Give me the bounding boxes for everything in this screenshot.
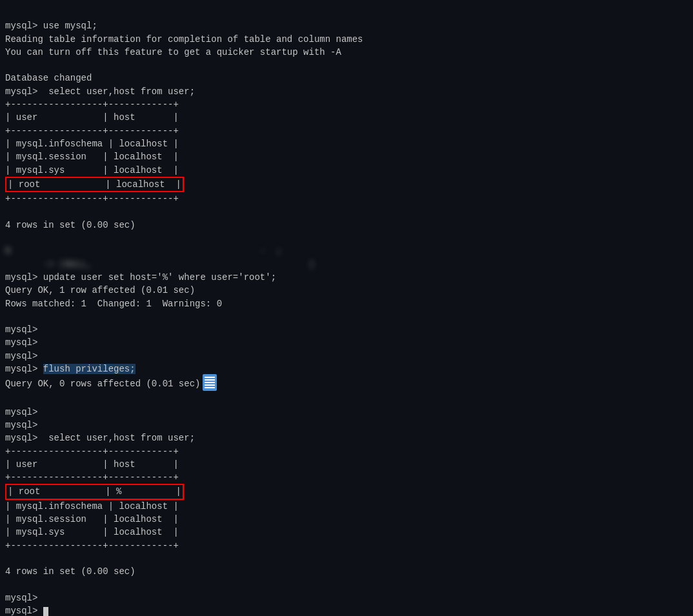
line-blurred2: -> (NULL, ) bbox=[5, 259, 314, 270]
line-you-can: You can turn off this feature to get a q… bbox=[5, 47, 341, 57]
terminal-output: mysql> use mysql; Reading table informat… bbox=[5, 6, 688, 616]
line-select1: mysql> select user,host from user; bbox=[5, 86, 195, 97]
line-table-sep2: +-----------------+------------+ bbox=[5, 472, 179, 482]
root-highlight-1: | root | localhost | bbox=[5, 177, 184, 192]
line-row-root1: | root | localhost | bbox=[5, 179, 184, 190]
line-header2: | user | host | bbox=[5, 459, 179, 470]
line-empty5: mysql> bbox=[5, 420, 37, 430]
line-query-ok1: Query OK, 1 row affected (0.01 sec) bbox=[5, 285, 195, 295]
flush-command-highlight: flush privileges; bbox=[43, 364, 136, 374]
line-table-top2: +-----------------+------------+ bbox=[5, 446, 179, 457]
line-row-infoschema2: | mysql.infoschema | localhost | bbox=[5, 501, 179, 512]
line-empty6: mysql> bbox=[5, 593, 37, 603]
line-empty3: mysql> bbox=[5, 351, 37, 361]
doc-icon-lines bbox=[205, 377, 215, 378]
line-select2: mysql> select user,host from user; bbox=[5, 433, 195, 443]
line-rows1: 4 rows in set (0.00 sec) bbox=[5, 220, 136, 230]
line-row-sys1: | mysql.sys | localhost | bbox=[5, 165, 179, 175]
line-header1: | user | host | bbox=[5, 112, 179, 123]
root-highlight-2: | root | % | bbox=[5, 484, 184, 499]
line-update: mysql> update user set host='%' where us… bbox=[5, 272, 276, 283]
line-table-sep1: +-----------------+------------+ bbox=[5, 126, 179, 136]
terminal-cursor bbox=[43, 607, 48, 616]
line-empty4: mysql> bbox=[5, 407, 37, 417]
line-table-top1: +-----------------+------------+ bbox=[5, 99, 179, 110]
line-cursor: mysql> bbox=[5, 606, 48, 616]
line-use-mysql: mysql> use mysql; bbox=[5, 21, 97, 31]
line-rows2: 4 rows in set (0.00 sec) bbox=[5, 566, 136, 577]
line-db-changed: Database changed bbox=[5, 73, 92, 83]
line-flush: mysql> flush privileges; bbox=[5, 364, 136, 374]
line-row-session1: | mysql.session | localhost | bbox=[5, 152, 179, 162]
line-row-sys2: | mysql.sys | localhost | bbox=[5, 527, 179, 537]
line-row-root2: | root | % | bbox=[5, 486, 184, 497]
line-rows-matched: Rows matched: 1 Changed: 1 Warnings: 0 bbox=[5, 299, 222, 309]
line-table-bottom1: +-----------------+------------+ bbox=[5, 194, 179, 204]
line-empty1: mysql> bbox=[5, 324, 37, 335]
line-row-infoschema1: | mysql.infoschema | localhost | bbox=[5, 139, 179, 149]
doc-icon bbox=[203, 374, 217, 391]
line-empty2: mysql> bbox=[5, 337, 37, 348]
line-reading: Reading table information for completion… bbox=[5, 34, 363, 45]
line-row-session2: | mysql.session | localhost | bbox=[5, 514, 179, 524]
line-query-ok2: Query OK, 0 rows affected (0.01 sec) bbox=[5, 379, 217, 389]
line-table-bottom2: +-----------------+------------+ bbox=[5, 541, 179, 551]
line-blurred1: N - ; bbox=[5, 246, 281, 256]
